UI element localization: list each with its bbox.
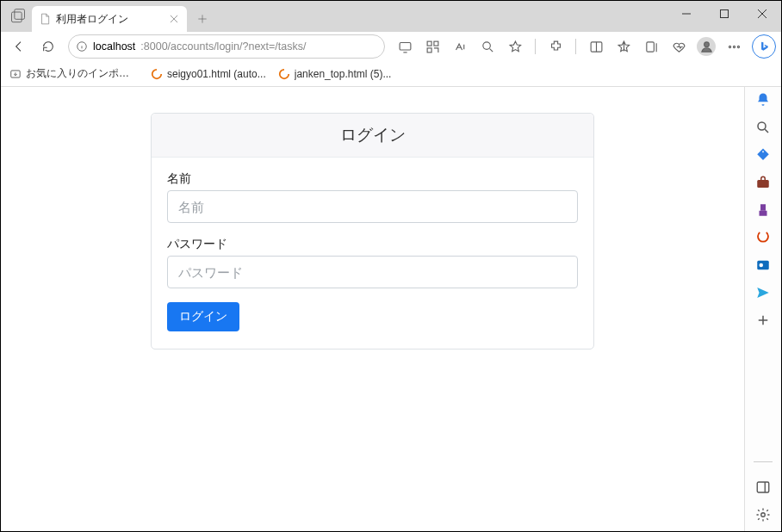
search-icon[interactable] bbox=[755, 120, 771, 135]
svg-point-13 bbox=[733, 46, 735, 47]
url-host: localhost bbox=[93, 40, 135, 53]
svg-point-14 bbox=[737, 46, 739, 47]
password-label: パスワード bbox=[167, 237, 578, 252]
edge-sidebar bbox=[745, 87, 781, 531]
svg-rect-1 bbox=[15, 9, 25, 20]
svg-rect-10 bbox=[646, 41, 654, 51]
extensions-icon[interactable] bbox=[543, 34, 568, 59]
back-button[interactable] bbox=[6, 34, 32, 59]
game-icon[interactable] bbox=[755, 202, 771, 218]
login-card: ログイン 名前 パスワード ログイン bbox=[151, 113, 594, 350]
svg-rect-7 bbox=[427, 47, 431, 52]
read-aloud-icon[interactable] bbox=[447, 34, 473, 59]
split-screen-icon[interactable] bbox=[583, 34, 609, 59]
svg-point-22 bbox=[760, 263, 764, 268]
zoom-icon[interactable] bbox=[475, 34, 500, 59]
svg-point-17 bbox=[762, 151, 764, 152]
bookmark-item[interactable]: janken_top.html (5)... bbox=[278, 68, 392, 80]
url-input[interactable]: localhost:8000/accounts/login/?next=/tas… bbox=[68, 34, 385, 59]
minimize-button[interactable] bbox=[667, 1, 705, 27]
new-tab-button[interactable] bbox=[190, 7, 214, 31]
favicon-icon bbox=[278, 68, 290, 80]
toolbar-separator bbox=[575, 39, 576, 54]
device-icon[interactable] bbox=[392, 34, 418, 59]
page-content: ログイン 名前 パスワード ログイン bbox=[1, 87, 745, 531]
svg-point-12 bbox=[729, 46, 730, 47]
toolbar-icons bbox=[392, 34, 776, 59]
svg-point-24 bbox=[761, 513, 766, 517]
window-controls bbox=[667, 1, 781, 27]
site-info-icon[interactable] bbox=[76, 40, 88, 53]
favorite-star-icon[interactable] bbox=[502, 34, 528, 59]
bookmark-label: お気に入りのインポート bbox=[26, 66, 139, 81]
panel-toggle-icon[interactable] bbox=[755, 479, 771, 495]
outlook-icon[interactable] bbox=[755, 257, 771, 273]
profile-button[interactable] bbox=[693, 34, 719, 59]
favorites-icon[interactable] bbox=[611, 34, 636, 59]
collections-icon[interactable] bbox=[638, 34, 664, 59]
toolbar-separator bbox=[535, 39, 536, 54]
name-input[interactable] bbox=[167, 190, 578, 223]
qr-icon[interactable] bbox=[419, 34, 445, 59]
page-icon bbox=[39, 13, 51, 25]
svg-rect-0 bbox=[12, 12, 22, 22]
svg-rect-6 bbox=[433, 41, 438, 46]
refresh-button[interactable] bbox=[35, 34, 61, 59]
close-icon[interactable] bbox=[168, 13, 180, 25]
svg-rect-5 bbox=[427, 41, 431, 46]
sidebar-divider bbox=[754, 461, 773, 462]
svg-rect-2 bbox=[721, 10, 729, 18]
maximize-button[interactable] bbox=[705, 1, 743, 27]
gear-icon[interactable] bbox=[755, 507, 771, 523]
import-icon bbox=[9, 68, 22, 80]
send-icon[interactable] bbox=[755, 285, 771, 300]
bookmark-label: seigyo01.html (auto... bbox=[167, 68, 266, 80]
address-bar-row: localhost:8000/accounts/login/?next=/tas… bbox=[1, 32, 781, 61]
tab-title: 利用者ログイン bbox=[56, 12, 163, 27]
svg-rect-23 bbox=[757, 482, 769, 492]
window-titlebar: 利用者ログイン bbox=[1, 1, 781, 32]
favicon-icon bbox=[151, 68, 163, 80]
svg-point-8 bbox=[482, 41, 490, 49]
add-sidebar-icon[interactable] bbox=[755, 312, 771, 328]
import-favorites-button[interactable]: お気に入りのインポート bbox=[9, 66, 139, 81]
card-body: 名前 パスワード ログイン bbox=[152, 158, 593, 349]
svg-point-11 bbox=[704, 41, 709, 46]
svg-rect-20 bbox=[760, 211, 767, 216]
avatar-icon bbox=[697, 37, 716, 56]
svg-rect-4 bbox=[400, 42, 411, 50]
coupon-icon[interactable] bbox=[755, 147, 771, 163]
close-window-button[interactable] bbox=[743, 1, 781, 27]
svg-rect-18 bbox=[757, 180, 769, 188]
tab-actions-icon[interactable] bbox=[9, 8, 27, 25]
office-icon[interactable] bbox=[755, 230, 771, 245]
svg-rect-19 bbox=[760, 204, 766, 211]
bing-icon bbox=[758, 40, 770, 53]
password-input[interactable] bbox=[167, 256, 578, 288]
bookmarks-bar: お気に入りのインポート seigyo01.html (auto... janke… bbox=[1, 61, 781, 87]
content-frame: ログイン 名前 パスワード ログイン bbox=[1, 87, 781, 531]
login-button[interactable]: ログイン bbox=[167, 302, 239, 331]
bookmark-label: janken_top.html (5)... bbox=[295, 68, 392, 80]
url-path: :8000/accounts/login/?next=/tasks/ bbox=[140, 40, 306, 53]
card-header: ログイン bbox=[152, 114, 593, 158]
copilot-button[interactable] bbox=[752, 34, 776, 59]
svg-point-16 bbox=[758, 122, 766, 130]
more-menu-button[interactable] bbox=[721, 34, 747, 59]
login-wrapper: ログイン 名前 パスワード ログイン bbox=[1, 87, 744, 350]
name-label: 名前 bbox=[167, 171, 578, 187]
plus-icon bbox=[196, 13, 208, 25]
bell-icon[interactable] bbox=[755, 92, 771, 108]
health-icon[interactable] bbox=[666, 34, 692, 59]
briefcase-icon[interactable] bbox=[755, 175, 771, 190]
bookmark-item[interactable]: seigyo01.html (auto... bbox=[151, 68, 266, 80]
browser-tab[interactable]: 利用者ログイン bbox=[32, 6, 187, 32]
